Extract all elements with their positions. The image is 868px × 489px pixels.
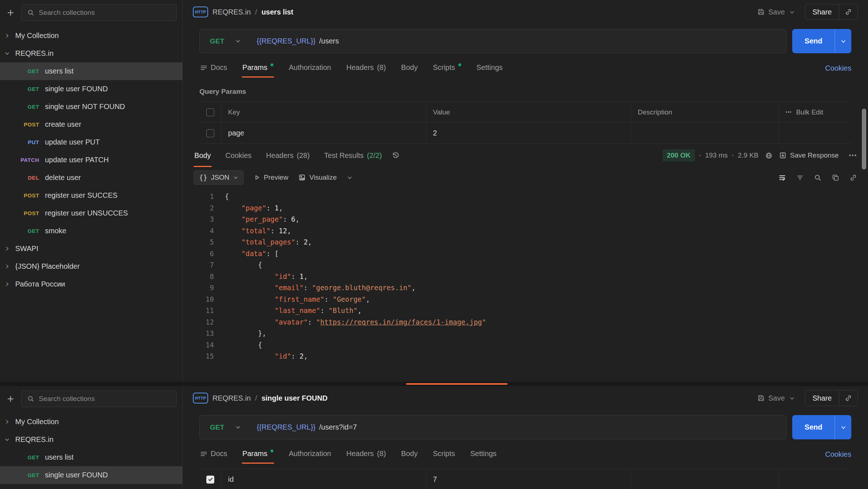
save-button[interactable]: Save (757, 8, 785, 16)
method-select[interactable]: GET (200, 415, 249, 439)
param-value[interactable]: 7 (426, 469, 631, 489)
new-item-button[interactable]: + (3, 391, 18, 406)
sidebar-folder-reqres-in[interactable]: REQRES.in (0, 431, 182, 448)
sidebar-request-delete-user[interactable]: DELdelete user (0, 169, 182, 187)
tab-authorization[interactable]: Authorization (288, 59, 332, 78)
sidebar-request-smoke[interactable]: GETsmoke (0, 222, 182, 240)
visualize-button[interactable]: Visualize (298, 174, 337, 181)
sidebar-request-single-user-not-found[interactable]: GETsingle user NOT FOUND (0, 98, 182, 116)
param-key[interactable]: page (221, 123, 426, 143)
response-tab-headers[interactable]: Headers(28) (265, 144, 310, 167)
sidebar-request-register-user-unsucces[interactable]: POSTregister user UNSUCCES (0, 204, 182, 222)
tab-scripts[interactable]: Scripts (432, 445, 456, 464)
tab-body[interactable]: Body (400, 445, 418, 464)
response-tab-cookies[interactable]: Cookies (225, 144, 252, 167)
send-button[interactable]: Send (792, 29, 835, 53)
status-badge[interactable]: 200 OK (662, 149, 695, 162)
sidebar-folder-работа-россии[interactable]: Работа России (0, 275, 182, 293)
tab-settings[interactable]: Settings (470, 445, 497, 464)
link-response-button[interactable] (850, 174, 857, 181)
filter-button[interactable] (796, 174, 804, 181)
query-params-table: Key Value Description ••• Bulk Edit page… (199, 101, 851, 144)
collection-search[interactable] (21, 390, 177, 407)
share-button[interactable]: Share (805, 390, 839, 406)
tab-params[interactable]: Params (242, 59, 274, 78)
wrap-text-button[interactable] (778, 174, 786, 181)
tab-docs[interactable]: Docs (199, 445, 228, 464)
sidebar-folder-swapi[interactable]: SWAPI (0, 240, 182, 258)
tab-params[interactable]: Params (242, 445, 274, 464)
send-options-button[interactable] (835, 29, 851, 53)
tab-docs[interactable]: Docs (199, 59, 228, 78)
param-description[interactable] (631, 469, 779, 489)
save-icon (757, 394, 765, 402)
response-body-viewer[interactable]: 1{2 "page": 1,3 "per_page": 6,4 "total":… (183, 188, 868, 382)
save-button[interactable]: Save (757, 394, 785, 402)
more-actions-icon[interactable]: ••• (849, 152, 857, 159)
param-key[interactable]: id (221, 469, 426, 489)
save-options-button[interactable] (789, 9, 795, 15)
collection-tree: My CollectionREQRES.inGETusers listGETsi… (0, 411, 182, 489)
tab-authorization[interactable]: Authorization (288, 445, 332, 464)
tab-settings[interactable]: Settings (476, 59, 503, 78)
response-tab-body[interactable]: Body (194, 144, 212, 167)
breadcrumb-collection[interactable]: REQRES.in (212, 8, 251, 16)
cookies-link[interactable]: Cookies (825, 450, 851, 459)
search-input[interactable] (39, 9, 170, 17)
copy-link-button[interactable] (839, 4, 857, 20)
request-method-label: PATCH (4, 157, 39, 163)
breadcrumb-collection[interactable]: REQRES.in (212, 394, 251, 402)
sidebar-request-single-user-found[interactable]: GETsingle user FOUND (0, 466, 182, 484)
format-select[interactable]: {} JSON (194, 170, 244, 185)
share-button[interactable]: Share (805, 4, 839, 20)
method-select[interactable]: GET (200, 29, 249, 53)
request-panel-users-list: + My CollectionREQRES.inGETusers listGET… (0, 0, 868, 382)
cookies-link[interactable]: Cookies (825, 64, 851, 72)
tab-headers[interactable]: Headers(8) (346, 445, 387, 464)
url-input[interactable]: {{REQRES_URL}} /users?id=7 (249, 423, 357, 431)
tab-headers[interactable]: Headers(8) (346, 59, 387, 78)
chevron-down-icon (4, 51, 15, 56)
param-checkbox[interactable] (206, 476, 214, 484)
sidebar-request-register-user-succes[interactable]: POSTregister user SUCCES (0, 187, 182, 204)
save-options-button[interactable] (789, 396, 795, 401)
sidebar-request-update-user-patch[interactable]: PATCHupdate user PATCH (0, 151, 182, 169)
send-button[interactable]: Send (792, 415, 835, 439)
response-tab-test-results[interactable]: Test Results(2/2) (323, 144, 383, 167)
save-response-button[interactable]: Save Response (779, 151, 839, 159)
param-checkbox[interactable] (206, 129, 214, 137)
tab-label: Headers (266, 151, 294, 160)
request-bar: GET {{REQRES_URL}} /users?id=7 Send (183, 410, 868, 439)
sidebar-request-single-user-found[interactable]: GETsingle user FOUND (0, 80, 182, 98)
network-info-icon[interactable] (765, 152, 773, 159)
tab-scripts[interactable]: Scripts (432, 59, 462, 78)
url-input[interactable]: {{REQRES_URL}} /users (249, 37, 339, 45)
sidebar-request-users-list[interactable]: GETusers list (0, 448, 182, 466)
resize-handle[interactable] (406, 383, 508, 385)
sidebar-request-users-list[interactable]: GETusers list (0, 62, 182, 80)
vertical-scrollbar[interactable] (862, 109, 866, 170)
sidebar-folder-json-placeholder[interactable]: {JSON} Placeholder (0, 258, 182, 275)
copy-link-button[interactable] (839, 390, 857, 406)
tab-body[interactable]: Body (400, 59, 418, 78)
sidebar-folder-my-collection[interactable]: My Collection (0, 413, 182, 431)
preview-button[interactable]: Preview (254, 174, 289, 181)
sidebar-request-update-user-put[interactable]: PUTupdate user PUT (0, 133, 182, 151)
search-input[interactable] (39, 395, 170, 403)
sidebar-folder-reqres-in[interactable]: REQRES.in (0, 45, 182, 62)
param-description[interactable] (631, 123, 779, 143)
select-all-checkbox[interactable] (206, 108, 214, 116)
copy-response-button[interactable] (832, 174, 839, 181)
sidebar-request-create-user[interactable]: POSTcreate user (0, 116, 182, 133)
search-response-button[interactable] (814, 174, 822, 181)
new-item-button[interactable]: + (3, 5, 18, 20)
response-time: 193 ms (705, 151, 728, 159)
bulk-edit-button[interactable]: ••• Bulk Edit (779, 102, 851, 122)
viewer-options-button[interactable] (347, 175, 352, 180)
sidebar-request-single-user-not-found[interactable]: GETsingle user NOT FOUND (0, 484, 182, 489)
sidebar-folder-my-collection[interactable]: My Collection (0, 27, 182, 45)
response-history-icon[interactable] (392, 152, 400, 159)
send-options-button[interactable] (835, 415, 851, 439)
param-value[interactable]: 2 (426, 123, 631, 143)
collection-search[interactable] (21, 4, 177, 21)
